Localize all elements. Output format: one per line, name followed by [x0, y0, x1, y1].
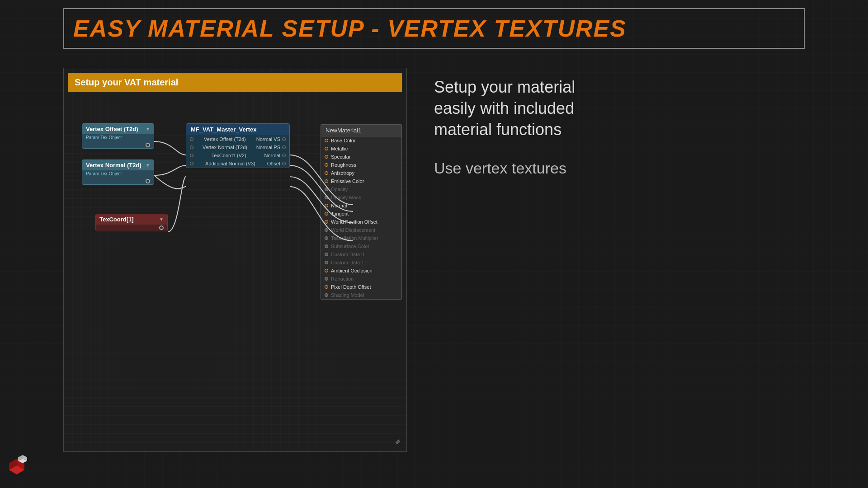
mat-row-label: Shading Model — [331, 292, 364, 298]
mat-pin — [325, 147, 328, 150]
texcoord-arrow: ▼ — [159, 217, 164, 222]
mf-vat-title: MF_VAT_Master_Vertex — [191, 126, 256, 133]
texcoord-title: TexCoord[1] — [99, 216, 134, 223]
vertex-normal-pin-row — [82, 178, 154, 184]
mf-label-3: TexCoord1 (V2) — [212, 153, 246, 158]
mat-pin-row: Specular — [321, 153, 401, 161]
vertex-offset-title: Vertex Offset (T2d) — [86, 126, 138, 132]
mat-row-label: Pixel Depth Offset — [331, 284, 371, 290]
mat-row-label: Normal — [331, 203, 347, 208]
mf-row-1: Vertex Offset (T2d) Normal VS — [186, 135, 289, 143]
mf-label-4: Additional Normal (V3) — [205, 161, 255, 166]
mf-label-2: Vertex Normal (T2d) — [203, 145, 247, 150]
mat-pin — [325, 179, 328, 183]
node-editor[interactable]: Setup your VAT material Vertex Offset (T… — [63, 68, 407, 452]
mat-row-label: Specular — [331, 154, 350, 160]
vertex-offset-pin-row — [82, 142, 154, 148]
mat-pin — [325, 220, 328, 224]
material-pins-list: Base ColorMetallicSpecularRoughnessAniso… — [321, 136, 401, 299]
mat-row-label: Ambient Occlusion — [331, 268, 373, 273]
mf-out-label-3: Normal — [264, 153, 280, 158]
nodes-area: Vertex Offset (T2d) ▼ Param Tex Object V… — [64, 96, 406, 451]
mat-pin — [325, 269, 328, 272]
mat-pin-row: Refraction — [321, 275, 401, 283]
mat-row-label: Opacity — [331, 187, 348, 192]
corner-cube — [5, 454, 29, 479]
mf-row-right-2: Normal PS — [256, 145, 286, 150]
mf-pin-in-1 — [190, 137, 193, 141]
desc-text2: Use vertex textures — [434, 158, 791, 178]
mf-vat-node[interactable]: MF_VAT_Master_Vertex Vertex Offset (T2d)… — [186, 123, 290, 168]
mat-pin-row: Tessellation Multiplier — [321, 234, 401, 242]
mat-row-label: Subsurface Color — [331, 244, 369, 249]
header-container: EASY MATERIAL SETUP - VERTEX TEXTURES — [63, 8, 805, 49]
mf-pin-in-4 — [190, 162, 193, 165]
mat-pin-row: World Displacement — [321, 226, 401, 234]
mat-row-label: Opacity Mask — [331, 195, 361, 200]
vertex-normal-header: Vertex Normal (T2d) ▼ — [82, 160, 154, 170]
desc-text: Setup your material easily with included… — [434, 77, 791, 140]
mf-pin-out-2 — [282, 145, 286, 149]
vertex-normal-title: Vertex Normal (T2d) — [86, 162, 142, 169]
mat-pin — [325, 277, 328, 281]
header-title: EASY MATERIAL SETUP - VERTEX TEXTURES — [73, 15, 627, 42]
mf-pin-out-4 — [282, 162, 286, 165]
mat-row-label: Anisotropy — [331, 170, 354, 176]
vertex-offset-header: Vertex Offset (T2d) ▼ — [82, 124, 154, 134]
mat-pin-row: Shading Model — [321, 291, 401, 299]
mat-pin — [325, 228, 328, 232]
mat-row-label: Custom Data 0 — [331, 252, 364, 257]
mat-pin-row: Ambient Occlusion — [321, 267, 401, 275]
texcoord-header: TexCoord[1] ▼ — [96, 214, 167, 225]
mat-pin-row: Roughness — [321, 161, 401, 169]
mf-out-label-1: Normal VS — [256, 136, 280, 142]
mat-pin — [325, 212, 328, 216]
mf-label-1: Vertex Offset (T2d) — [204, 136, 246, 142]
mf-out-label-4: Offset — [267, 161, 280, 166]
vertex-offset-subtitle: Param Tex Object — [82, 134, 154, 142]
mat-pin-row: Tangent — [321, 210, 401, 218]
material-panel: NewMaterial1 Base ColorMetallicSpecularR… — [321, 124, 402, 300]
mat-pin — [325, 139, 328, 142]
texcoord-output-pin — [159, 225, 164, 230]
mat-row-label: Base Color — [331, 138, 355, 143]
mat-pin-row: Normal — [321, 202, 401, 210]
mf-row-4: Additional Normal (V3) Offset — [186, 160, 289, 168]
setup-banner: Setup your VAT material — [68, 73, 402, 92]
mat-pin-row: Anisotropy — [321, 169, 401, 177]
mat-pin-row: Base Color — [321, 136, 401, 145]
mf-pin-out-3 — [282, 154, 286, 157]
vertex-offset-node[interactable]: Vertex Offset (T2d) ▼ Param Tex Object — [82, 123, 154, 149]
vertex-normal-node[interactable]: Vertex Normal (T2d) ▼ Param Tex Object — [82, 160, 154, 185]
vertex-normal-arrow: ▼ — [146, 163, 150, 168]
mat-pin-row: Custom Data 1 — [321, 258, 401, 267]
mat-row-label: World Displacement — [331, 227, 375, 233]
mat-pin — [325, 236, 328, 240]
mat-row-label: Emissive Color — [331, 178, 364, 184]
vertex-offset-arrow: ▼ — [146, 127, 150, 131]
mat-pin — [325, 188, 328, 191]
mat-pin-row: World Position Offset — [321, 218, 401, 226]
mat-pin — [325, 244, 328, 248]
mat-row-label: Custom Data 1 — [331, 260, 364, 265]
mf-row-right-1: Normal VS — [256, 136, 286, 142]
texcoord-node[interactable]: TexCoord[1] ▼ — [95, 214, 168, 231]
mat-pin-row: Custom Data 0 — [321, 250, 401, 258]
mat-row-label: Tessellation Multiplier — [331, 235, 378, 241]
mat-pin — [325, 196, 328, 199]
mat-pin — [325, 261, 328, 264]
mf-row-2: Vertex Normal (T2d) Normal PS — [186, 143, 289, 151]
mat-pin-row: Pixel Depth Offset — [321, 283, 401, 291]
vertex-normal-output-pin — [146, 179, 150, 183]
mf-row-right-3: Normal — [264, 153, 286, 158]
mat-pin-row: Opacity Mask — [321, 193, 401, 202]
mat-pin-row: Opacity — [321, 185, 401, 193]
mat-pin — [325, 171, 328, 175]
mat-row-label: Refraction — [331, 276, 354, 282]
main-content: Setup your VAT material Vertex Offset (T… — [63, 68, 805, 452]
right-panel: Setup your material easily with included… — [420, 68, 805, 452]
setup-banner-text: Setup your VAT material — [75, 77, 178, 88]
mat-pin — [325, 253, 328, 256]
mat-pin — [325, 155, 328, 159]
mat-row-label: Metallic — [331, 146, 348, 151]
